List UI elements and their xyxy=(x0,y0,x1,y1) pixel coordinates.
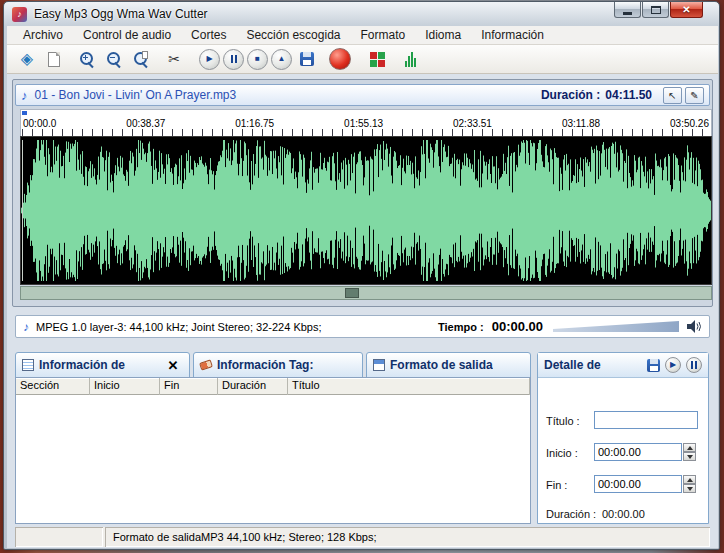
play-icon: ▶ xyxy=(206,55,212,63)
speaker-icon[interactable] xyxy=(687,320,702,333)
tab-close-icon[interactable]: ✕ xyxy=(163,358,183,373)
save-button[interactable] xyxy=(295,47,319,71)
status-bar: ♪ MPEG 1.0 layer-3: 44,100 kHz; Joint St… xyxy=(15,315,710,338)
menu-informacion[interactable]: Información xyxy=(471,26,554,44)
select-cursor-button[interactable]: ↖ xyxy=(663,87,682,104)
tag-eraser-icon xyxy=(199,359,213,370)
equalizer-icon xyxy=(405,52,416,67)
tick-label: 01:16.75 xyxy=(235,118,274,129)
fin-spinner-down[interactable] xyxy=(683,484,696,493)
channels-icon xyxy=(370,52,385,67)
column-header-seccion[interactable]: Sección xyxy=(16,378,90,395)
position-marker[interactable] xyxy=(22,111,27,115)
minimize-button[interactable] xyxy=(614,2,641,18)
waveform-scrollbar[interactable] xyxy=(20,286,712,300)
waveform-display[interactable] xyxy=(20,136,712,285)
tab-informacion-tag[interactable]: Información Tag: xyxy=(193,352,363,378)
menu-idioma[interactable]: Idioma xyxy=(415,26,471,44)
titulo-label: Título : xyxy=(546,415,580,427)
inicio-label: Inicio : xyxy=(546,447,578,459)
menu-formato[interactable]: Formato xyxy=(350,26,415,44)
edit-tag-button[interactable]: ✎ xyxy=(685,87,704,104)
open-button[interactable]: ◈ xyxy=(15,47,39,71)
tick-label: 01:55.13 xyxy=(344,118,383,129)
column-header-titulo[interactable]: Título xyxy=(288,378,530,395)
marker-lane[interactable] xyxy=(20,109,712,116)
cut-button[interactable]: ✂ xyxy=(162,47,186,71)
titulo-input[interactable] xyxy=(594,411,698,429)
inicio-input[interactable] xyxy=(594,443,682,461)
column-header-duracion[interactable]: Duración xyxy=(218,378,288,395)
equalizer-button[interactable] xyxy=(398,47,422,71)
duracion-value: 00:00.00 xyxy=(602,508,645,520)
stop-button[interactable]: ■ xyxy=(247,49,268,70)
spinner-down-icon xyxy=(687,487,693,491)
zoom-fit-button[interactable] xyxy=(129,47,153,71)
menu-archivo[interactable]: Archivo xyxy=(13,26,73,44)
client-area: Archivo Control de audio Cortes Sección … xyxy=(7,26,718,548)
menu-cortes[interactable]: Cortes xyxy=(181,26,236,44)
scrollbar-thumb[interactable] xyxy=(345,288,359,298)
zoom-out-icon xyxy=(106,51,123,68)
inicio-spinner-up[interactable] xyxy=(683,443,696,452)
maximize-button[interactable] xyxy=(642,2,669,18)
zoom-in-icon xyxy=(79,51,96,68)
play-button[interactable]: ▶ xyxy=(199,49,220,70)
table-body[interactable] xyxy=(16,395,530,523)
menu-control-de-audio[interactable]: Control de audio xyxy=(73,26,181,44)
close-button[interactable]: ✕ xyxy=(670,2,703,18)
app-window: ♪ Easy Mp3 Ogg Wma Wav Cutter ✕ Archivo … xyxy=(3,1,720,550)
section-list-icon xyxy=(22,359,34,371)
zoom-out-button[interactable] xyxy=(102,47,126,71)
volume-slider[interactable] xyxy=(553,321,679,332)
detail-body: Título : Inicio : Fin : Duración : 00:00… xyxy=(538,378,708,522)
time-value: 00:00.00 xyxy=(492,319,543,334)
duracion-label: Duración : xyxy=(546,508,596,520)
close-icon: ✕ xyxy=(682,4,690,15)
time-ruler[interactable]: 00:00.0 00:38.37 01:16.75 01:55.13 02:33… xyxy=(20,116,712,136)
menu-bar: Archivo Control de audio Cortes Sección … xyxy=(7,26,718,45)
tick-label: 00:38.37 xyxy=(126,118,165,129)
sections-table: Sección Inicio Fin Duración Título xyxy=(15,377,531,524)
tab-label: Información Tag: xyxy=(217,358,313,372)
maximize-icon xyxy=(651,6,661,14)
fin-label: Fin : xyxy=(546,479,567,491)
detail-pause-button[interactable] xyxy=(686,357,702,373)
tick-label: 03:50.26 xyxy=(670,118,709,129)
toolbar: ◈ ✂ ▶ ■ ▲ xyxy=(7,45,718,74)
detail-save-button[interactable] xyxy=(647,359,660,372)
inicio-spinner-down[interactable] xyxy=(683,452,696,461)
track-header: ♪ 01 - Bon Jovi - Livin' On A Prayer.mp3… xyxy=(15,84,710,106)
fin-input[interactable] xyxy=(594,475,682,493)
menu-seccion-escogida[interactable]: Sección escogida xyxy=(236,26,350,44)
tab-label: Formato de salida xyxy=(390,358,493,372)
column-header-fin[interactable]: Fin xyxy=(160,378,218,395)
detail-play-icon: ▶ xyxy=(670,361,676,369)
new-file-button[interactable] xyxy=(42,47,66,71)
tab-informacion-de-seccion[interactable]: Información de ✕ xyxy=(15,352,190,378)
record-icon xyxy=(329,48,351,70)
fin-spinner-up[interactable] xyxy=(683,475,696,484)
eject-button[interactable]: ▲ xyxy=(271,49,292,70)
detail-play-button[interactable]: ▶ xyxy=(665,357,681,373)
window-controls: ✕ xyxy=(614,2,703,18)
detail-header: Detalle de ▶ xyxy=(538,353,708,378)
time-label: Tiempo : xyxy=(438,321,484,333)
titlebar: ♪ Easy Mp3 Ogg Wma Wav Cutter ✕ xyxy=(4,2,719,26)
eject-icon: ▲ xyxy=(278,55,286,63)
record-button[interactable] xyxy=(328,47,352,71)
detail-panel: Detalle de ▶ Título : Inicio : Fin : xyxy=(537,352,709,524)
footer-status-bar: Formato de salidaMP3 44,100 kHz; Stereo;… xyxy=(15,527,710,547)
waveform-canvas[interactable] xyxy=(21,137,711,284)
fin-spinner xyxy=(683,475,696,493)
tab-formato-de-salida[interactable]: Formato de salida xyxy=(366,352,531,378)
column-header-inicio[interactable]: Inicio xyxy=(90,378,160,395)
pause-button[interactable] xyxy=(223,49,244,70)
zoom-in-button[interactable] xyxy=(75,47,99,71)
footer-cell-empty xyxy=(15,527,103,547)
duration-label: Duración : xyxy=(541,88,600,102)
scissors-icon: ✂ xyxy=(168,52,180,66)
channels-button[interactable] xyxy=(365,47,389,71)
tick-label: 00:00.0 xyxy=(23,118,56,129)
spinner-up-icon xyxy=(687,446,693,450)
